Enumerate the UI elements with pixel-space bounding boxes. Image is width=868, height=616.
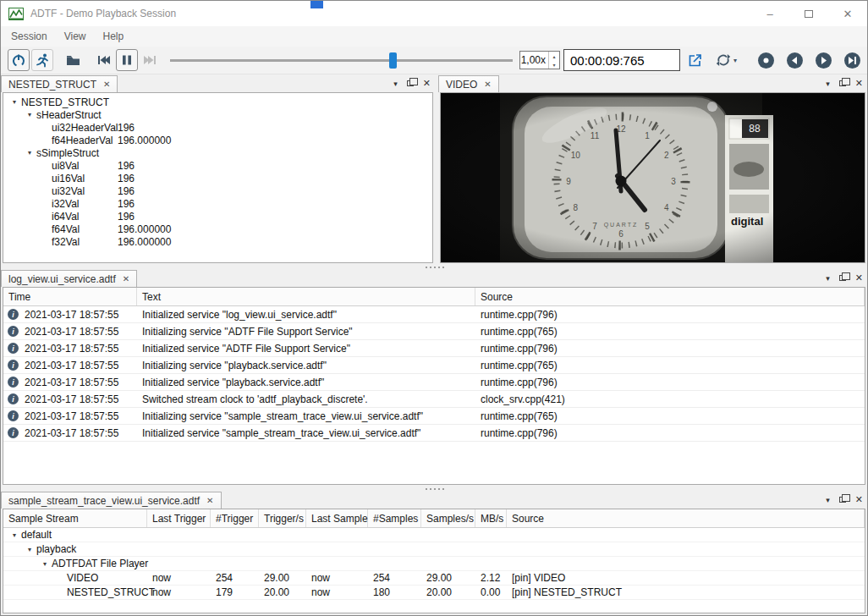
column-header[interactable]: Last Sample [306,509,368,527]
tree-row[interactable]: f64Val196.000000 [3,223,432,235]
tab-close-icon[interactable]: ✕ [484,80,491,89]
spin-down-icon[interactable]: ▾ [549,60,559,69]
expand-chevron-icon[interactable]: ▾ [23,149,36,157]
column-header[interactable]: Time [3,288,137,305]
tree-row[interactable]: ▾sSimpleStruct [3,146,432,159]
menu-help[interactable]: Help [101,29,127,44]
tree-row[interactable]: ui16Val196 [3,172,432,184]
pause-button[interactable] [116,49,138,71]
loop-button[interactable]: ▾ [711,49,741,71]
time-display[interactable]: 00:00:09:765 [563,49,680,71]
tree-row[interactable]: i32Val196 [3,197,432,210]
marker-set-button[interactable] [758,52,774,69]
trace-row[interactable]: ▾playback [3,542,865,557]
playback-slider[interactable] [170,49,513,71]
dock-menu-icon[interactable]: ▾ [826,496,830,504]
tree-row[interactable]: ui8Val196 [3,159,432,172]
tree-row[interactable]: ui32HeaderVal196 [3,121,432,134]
open-folder-button[interactable] [62,49,84,71]
playback-slider-handle[interactable] [389,52,397,69]
tab-close-icon[interactable]: ✕ [206,496,213,505]
tab-close-icon[interactable]: ✕ [123,274,129,283]
expand-chevron-icon[interactable]: ▾ [23,546,36,553]
minimize-button[interactable]: – [750,1,789,26]
spin-up-icon[interactable]: ▴ [549,52,559,60]
tree-row[interactable]: ▾sHeaderStruct [3,108,432,121]
stream-cell: 179 [211,586,259,598]
marker-prev-button[interactable] [787,52,803,69]
dock-close-icon[interactable]: ✕ [855,272,863,283]
dock-close-icon[interactable]: ✕ [423,78,431,89]
log-row[interactable]: i2021-03-17 18:57:55Initialized service … [3,306,865,323]
column-header[interactable]: Samples/s [421,509,475,527]
jump-to-start-button[interactable] [92,49,114,71]
expand-chevron-icon[interactable]: ▾ [8,98,21,106]
column-header[interactable]: Sample Stream [3,509,147,527]
speed-spinbox[interactable]: 1,00x ▴ ▾ [519,51,560,69]
tree-row[interactable]: f32Val196.000000 [3,235,432,248]
trace-row[interactable]: NESTED_STRUCTnow17920.00now18020.000.00[… [3,586,865,600]
trace-row[interactable]: ▾default [3,528,865,542]
power-button[interactable] [8,49,30,71]
dock-menu-icon[interactable]: ▾ [826,274,830,283]
log-row[interactable]: i2021-03-17 18:57:55Switched stream cloc… [3,391,865,408]
log-row[interactable]: i2021-03-17 18:57:55Initialized service … [3,425,865,442]
log-time-text: 2021-03-17 18:57:55 [25,410,118,422]
expand-chevron-icon[interactable]: ▾ [23,111,36,118]
maximize-button[interactable] [789,1,828,26]
expand-chevron-icon[interactable]: ▾ [8,531,21,539]
expand-chevron-icon[interactable]: ▾ [38,560,52,568]
marker-next-button[interactable] [816,52,832,69]
column-header[interactable]: Source [507,509,865,527]
log-row[interactable]: i2021-03-17 18:57:55Initialized service … [3,374,865,391]
column-header[interactable]: #Samples [368,509,421,527]
slider-groove[interactable] [170,59,513,62]
log-time-text: 2021-03-17 18:57:55 [25,309,118,321]
log-header: TimeTextSource [3,288,865,306]
loop-dropdown-icon[interactable]: ▾ [733,57,737,64]
run-button[interactable] [31,49,53,71]
marker-last-button[interactable] [844,52,860,69]
stream-cell: now [306,586,368,598]
log-row[interactable]: i2021-03-17 18:57:55Initializing service… [3,323,865,340]
menu-view[interactable]: View [62,29,89,44]
tree-row[interactable]: i64Val196 [3,210,432,223]
stream-cell: now [306,572,368,584]
trace-row[interactable]: ▾ADTFDAT File Player [3,557,865,571]
log-row[interactable]: i2021-03-17 18:57:55Initializing service… [3,357,865,374]
tab-log-view[interactable]: log_view.ui_service.adtf ✕ [1,270,137,287]
dock-close-icon[interactable]: ✕ [855,78,863,89]
tab-close-icon[interactable]: ✕ [103,80,110,89]
tab-nested-struct[interactable]: NESTED_STRUCT ✕ [1,75,118,92]
tab-video[interactable]: VIDEO ✕ [438,75,499,92]
log-row[interactable]: i2021-03-17 18:57:55Initialized service … [3,340,865,357]
log-source: runtime.cpp(796) [475,377,865,388]
dock-float-icon[interactable] [839,497,846,503]
tab-label: VIDEO [446,79,477,91]
close-button[interactable]: ✕ [828,1,867,26]
column-header[interactable]: #Trigger [211,509,259,527]
column-header[interactable]: Text [137,288,475,305]
tree-row[interactable]: ui32Val196 [3,184,432,197]
dock-close-icon[interactable]: ✕ [855,494,863,505]
tab-stream-trace[interactable]: sample_stream_trace_view.ui_service.adtf… [1,492,222,509]
export-button[interactable] [684,49,706,71]
log-time-text: 2021-03-17 18:57:55 [25,360,118,371]
dock-menu-icon[interactable]: ▾ [826,80,830,88]
jump-to-end-button[interactable] [140,49,162,71]
column-header[interactable]: Last Trigger [147,509,211,527]
info-icon: i [8,410,19,421]
dock-float-icon[interactable] [407,80,414,86]
dock-float-icon[interactable] [839,275,846,281]
dock-menu-icon[interactable]: ▾ [393,80,398,88]
column-header[interactable]: MB/s [475,509,507,527]
column-header[interactable]: Trigger/s [259,509,306,527]
dock-float-icon[interactable] [839,80,846,86]
tree-row[interactable]: ▾NESTED_STRUCT [3,96,432,108]
column-header[interactable]: Source [475,288,865,305]
log-row[interactable]: i2021-03-17 18:57:55Initializing service… [3,408,865,425]
menu-session[interactable]: Session [8,29,50,44]
trace-row[interactable]: VIDEOnow25429.00now25429.002.12[pin] VID… [3,571,865,586]
tree-row[interactable]: f64HeaderVal196.000000 [3,134,432,146]
tree-node-value: 196 [118,173,135,184]
